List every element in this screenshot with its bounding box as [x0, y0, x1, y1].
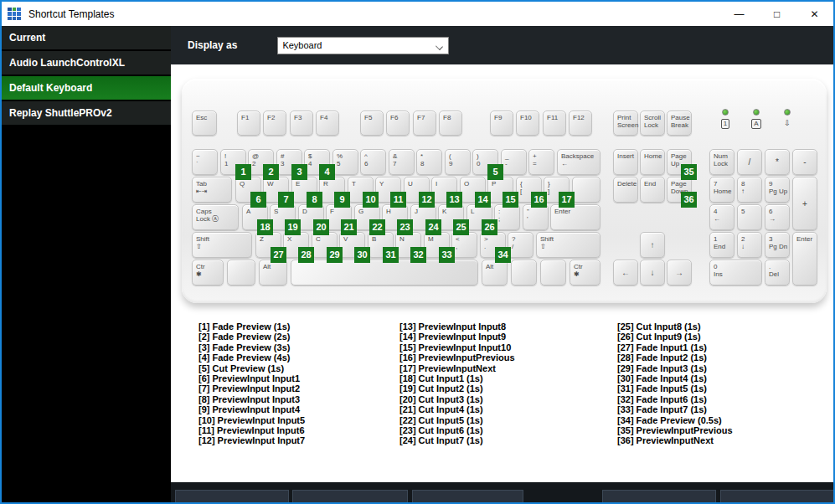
import-button[interactable]: Import [175, 490, 289, 504]
save-graphic-button[interactable]: Save Graphic [412, 490, 523, 504]
sidebar-item-replay-shuttleprov2[interactable]: Replay ShuttlePROv2 [2, 101, 171, 125]
shortcut-badge-22: 22 [369, 219, 385, 235]
key-num-lock: NumLock [709, 149, 734, 175]
shortcut-badge-11: 11 [390, 192, 406, 208]
keyboard-graphic: EscF1F2F3F4F5F6F7F8F9F10F11F12PrintScree… [182, 79, 827, 303]
key-m: M33 [424, 232, 450, 258]
key-digit2: @22 [248, 149, 274, 175]
key-f2: F2 [263, 111, 286, 136]
shortcut-entry: [19] Cut Input2 (1s) [399, 383, 596, 393]
app-logo-square [8, 17, 12, 21]
display-as-label: Display as [188, 39, 237, 51]
key-digit1: !11 [220, 149, 246, 175]
close-button[interactable]: Close [720, 490, 835, 504]
shortcut-entry: [14] PreviewInput Input9 [399, 332, 596, 342]
key-v: V30 [339, 232, 365, 258]
key-rctrl: Ctr✱ [570, 260, 600, 285]
key-rbracket: }]17 [544, 177, 570, 203]
shortcut-column-2: [13] PreviewInput Input8[14] PreviewInpu… [399, 321, 596, 446]
app-logo-square [13, 12, 17, 16]
key-digit9: (9 [445, 149, 471, 175]
sidebar-item-default-keyboard[interactable]: Default Keyboard [2, 76, 171, 100]
display-as-bar: Display as Keyboard [171, 26, 835, 64]
shortcut-badge-14: 14 [475, 192, 491, 208]
key-tab: Tab⇤⇥ [192, 177, 232, 203]
shortcut-entry: [1] Fade Preview (1s) [198, 321, 395, 332]
shortcut-badge-5: 5 [487, 164, 503, 180]
display-as-dropdown[interactable]: Keyboard [277, 37, 449, 54]
template-sidebar: Current Audio LaunchControlXL Default Ke… [2, 26, 171, 502]
shortcut-entry: [25] Cut Input8 (1s) [617, 321, 814, 332]
shortcut-entry: [31] Fade Input5 (1s) [617, 383, 814, 393]
shortcut-badge-20: 20 [313, 219, 329, 235]
content-panel: EscF1F2F3F4F5F6F7F8F9F10F11F12PrintScree… [171, 64, 835, 482]
shortcut-badge-13: 13 [446, 192, 462, 208]
shortcut-entry: [33] Fade Input7 (1s) [617, 404, 814, 414]
shortcut-entry: [34] Fade Preview (0.5s) [617, 415, 814, 425]
shortcut-templates-window: Shortcut Templates — □ ✕ Current Audio L… [0, 0, 835, 504]
key-f5: F5 [360, 111, 384, 136]
shortcut-entry: [35] PreviewInputPrevious [617, 425, 814, 435]
key-c: C29 [312, 232, 338, 258]
key-backspace: Backspace← [557, 149, 600, 175]
app-logo-square [13, 17, 17, 21]
shortcut-entry: [30] Fade Input4 (1s) [617, 373, 814, 383]
shortcut-badge-36: 36 [681, 192, 697, 208]
minimize-button[interactable]: — [720, 2, 758, 26]
key-f9: F9 [490, 111, 513, 136]
key-f7: F7 [413, 111, 436, 136]
scroll-lock-led-icon: ⇩ [778, 109, 796, 127]
shortcut-badge-32: 32 [410, 247, 426, 263]
shortcut-entry: [2] Fade Preview (2s) [198, 332, 395, 342]
key-f10: F10 [516, 111, 539, 136]
key-digit6: ^6 [360, 149, 386, 175]
shortcut-entry: [28] Fade Input2 (1s) [617, 352, 814, 363]
key-enter: Enter [550, 204, 600, 230]
key-y: Y11 [375, 177, 401, 203]
shortcut-badge-31: 31 [383, 247, 399, 263]
key-u: U12 [404, 177, 430, 203]
apply-button[interactable]: Apply [602, 490, 716, 504]
key-digit4: $44 [304, 149, 330, 175]
shortcut-entry: [22] Cut Input5 (1s) [399, 415, 596, 425]
sidebar-item-current[interactable]: Current [2, 26, 171, 49]
export-button[interactable]: Export [292, 490, 408, 504]
shortcut-badge-24: 24 [425, 219, 441, 235]
shortcut-entry: [23] Cut Input6 (1s) [399, 425, 596, 435]
num-lock-led-icon: 1 [716, 109, 734, 129]
key-np2: 2↓ [737, 232, 762, 258]
shortcut-badge-7: 7 [278, 192, 294, 208]
shortcut-entry: [21] Cut Input4 (1s) [399, 404, 596, 414]
maximize-button[interactable]: □ [758, 2, 796, 26]
key-np0: 0Ins [709, 260, 762, 285]
shortcut-badge-2: 2 [263, 164, 279, 180]
key-s: S19 [270, 204, 296, 230]
key-semicolon: :; [494, 204, 520, 230]
shortcut-entry: [18] Cut Input1 (1s) [399, 373, 596, 383]
key-caps-lock: CapsLock Ⓐ [192, 204, 239, 230]
shortcut-badge-21: 21 [341, 219, 357, 235]
app-logo-square [8, 12, 12, 16]
key-np1: 1End [709, 232, 734, 258]
key-b: B31 [368, 232, 394, 258]
main-area: Display as Keyboard EscF1F2F3F4F5F6F7F8F… [171, 26, 835, 502]
shortcut-badge-30: 30 [354, 247, 370, 263]
title-bar: Shortcut Templates — □ ✕ [2, 2, 833, 26]
key-np4: 4← [709, 204, 734, 230]
shortcut-badge-3: 3 [291, 164, 307, 180]
shortcut-entry: [29] Fade Input3 (1s) [617, 363, 814, 373]
key-arrow-left: ← [613, 260, 638, 285]
shortcut-entry: [20] Cut Input3 (1s) [399, 394, 596, 404]
key-h: H23 [382, 204, 408, 230]
app-logo-square [8, 8, 12, 12]
close-icon[interactable]: ✕ [796, 2, 833, 26]
key-f4: F4 [316, 111, 339, 136]
shortcut-entry: [3] Fade Preview (3s) [198, 342, 395, 352]
footer-bar: Import Export Save Graphic Apply Close [171, 482, 835, 504]
key-np9: 9Pg Up [765, 177, 790, 203]
key-np3: 3Pg Dn [765, 232, 790, 258]
shortcut-badge-28: 28 [298, 247, 314, 263]
shortcut-badge-9: 9 [334, 192, 350, 208]
sidebar-item-audio-launchcontrolxl[interactable]: Audio LaunchControlXL [2, 51, 171, 75]
key-a: A18 [242, 204, 268, 230]
